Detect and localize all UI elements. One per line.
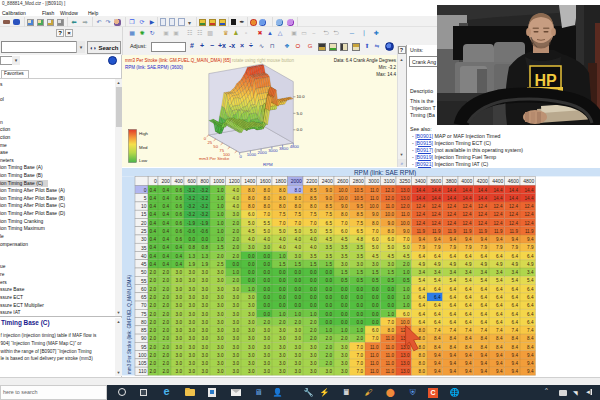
svg-text:105: 105 bbox=[138, 360, 147, 366]
svg-text:60: 60 bbox=[141, 286, 147, 292]
svg-text:6.4: 6.4 bbox=[434, 254, 441, 259]
svg-text:5.4: 5.4 bbox=[512, 278, 519, 283]
svg-text:7.5: 7.5 bbox=[357, 221, 364, 226]
svg-text:6.4: 6.4 bbox=[450, 254, 457, 259]
svg-text:6.4: 6.4 bbox=[419, 320, 426, 325]
svg-text:6.4: 6.4 bbox=[419, 312, 426, 317]
svg-text:2.0: 2.0 bbox=[233, 221, 240, 226]
svg-text:1.0: 1.0 bbox=[388, 312, 395, 317]
svg-text:9.5: 9.5 bbox=[357, 204, 364, 209]
svg-text:0.4: 0.4 bbox=[176, 262, 183, 267]
svg-text:1.0: 1.0 bbox=[310, 312, 317, 317]
svg-text:3.5: 3.5 bbox=[326, 254, 333, 259]
svg-text:9.4: 9.4 bbox=[496, 353, 503, 358]
svg-text:3.4: 3.4 bbox=[465, 270, 472, 275]
svg-text:11.0: 11.0 bbox=[385, 369, 394, 374]
svg-text:1.5: 1.5 bbox=[357, 270, 364, 275]
svg-text:0.0: 0.0 bbox=[341, 303, 348, 308]
svg-text:2.0: 2.0 bbox=[150, 312, 157, 317]
svg-text:4.9: 4.9 bbox=[481, 262, 488, 267]
svg-text:2.0: 2.0 bbox=[326, 353, 333, 358]
svg-text:0.0: 0.0 bbox=[295, 295, 302, 300]
svg-text:0.0: 0.0 bbox=[264, 312, 271, 317]
svg-text:6.4: 6.4 bbox=[527, 303, 534, 308]
svg-text:mm3 Per Stroke: mm3 Per Stroke bbox=[199, 156, 230, 161]
svg-text:6.4: 6.4 bbox=[512, 303, 519, 308]
svg-text:14.4: 14.4 bbox=[432, 196, 441, 201]
svg-text:0.0: 0.0 bbox=[264, 270, 271, 275]
svg-text:5.4: 5.4 bbox=[434, 278, 441, 283]
svg-text:mm3 Per Stroke (link: GM.FUEL.: mm3 Per Stroke (link: GM.FUEL.Q_MAIN_DMA… bbox=[125, 58, 295, 63]
svg-text:1.3: 1.3 bbox=[202, 254, 209, 259]
svg-text:3.0: 3.0 bbox=[310, 361, 317, 366]
svg-text:2.0: 2.0 bbox=[279, 320, 286, 325]
svg-text:0.0: 0.0 bbox=[248, 270, 255, 275]
svg-text:1800: 1800 bbox=[275, 178, 286, 184]
svg-text:3.0: 3.0 bbox=[341, 353, 348, 358]
svg-text:9.4: 9.4 bbox=[434, 237, 441, 242]
svg-text:Med: Med bbox=[139, 145, 148, 150]
svg-text:7.0: 7.0 bbox=[264, 212, 271, 217]
svg-text:6.4: 6.4 bbox=[496, 254, 503, 259]
svg-text:Low: Low bbox=[139, 158, 148, 163]
svg-text:0.5: 0.5 bbox=[403, 278, 410, 283]
svg-text:3.0: 3.0 bbox=[202, 270, 209, 275]
svg-text:400: 400 bbox=[174, 178, 183, 184]
svg-text:2.0: 2.0 bbox=[150, 361, 157, 366]
svg-text:3.0: 3.0 bbox=[279, 345, 286, 350]
svg-text:6.4: 6.4 bbox=[434, 287, 441, 292]
svg-text:4600: 4600 bbox=[508, 178, 519, 184]
svg-text:3.0: 3.0 bbox=[233, 369, 240, 374]
svg-text:6.4: 6.4 bbox=[527, 320, 534, 325]
svg-text:14.4: 14.4 bbox=[416, 196, 425, 201]
svg-text:1.0: 1.0 bbox=[279, 254, 286, 259]
svg-text:8.5: 8.5 bbox=[310, 188, 317, 193]
svg-text:3.0: 3.0 bbox=[310, 369, 317, 374]
svg-text:8.4: 8.4 bbox=[450, 345, 457, 350]
svg-text:6.4: 6.4 bbox=[512, 320, 519, 325]
svg-text:0.4: 0.4 bbox=[176, 245, 183, 250]
svg-text:4.0: 4.0 bbox=[279, 245, 286, 250]
svg-text:14.4: 14.4 bbox=[447, 188, 456, 193]
svg-text:1.0: 1.0 bbox=[248, 287, 255, 292]
svg-text:2000: 2000 bbox=[257, 150, 267, 155]
svg-text:3.4: 3.4 bbox=[419, 270, 426, 275]
svg-text:110: 110 bbox=[139, 368, 147, 374]
svg-text:3.0: 3.0 bbox=[189, 312, 196, 317]
svg-text:8.0: 8.0 bbox=[341, 212, 348, 217]
svg-text:3.0: 3.0 bbox=[233, 303, 240, 308]
svg-text:12.4: 12.4 bbox=[447, 212, 456, 217]
svg-text:5.0: 5.0 bbox=[248, 221, 255, 226]
svg-text:2.0: 2.0 bbox=[233, 254, 240, 259]
svg-text:0.5: 0.5 bbox=[341, 278, 348, 283]
svg-text:4.9: 4.9 bbox=[434, 262, 441, 267]
svg-text:2.0: 2.0 bbox=[163, 361, 170, 366]
svg-text:10.5: 10.5 bbox=[354, 196, 363, 201]
svg-text:0.0: 0.0 bbox=[357, 303, 364, 308]
svg-text:9.4: 9.4 bbox=[465, 237, 472, 242]
svg-text:9.4: 9.4 bbox=[481, 361, 488, 366]
svg-text:3.0: 3.0 bbox=[217, 303, 224, 308]
svg-text:7.4: 7.4 bbox=[496, 328, 503, 333]
svg-text:6.4: 6.4 bbox=[496, 303, 503, 308]
svg-text:3.0: 3.0 bbox=[326, 369, 333, 374]
svg-text:0.0: 0.0 bbox=[279, 295, 286, 300]
svg-text:3.0: 3.0 bbox=[217, 336, 224, 341]
svg-text:0.6: 0.6 bbox=[176, 196, 183, 201]
svg-text:1.3: 1.3 bbox=[189, 254, 196, 259]
svg-text:10.5: 10.5 bbox=[354, 188, 363, 193]
svg-text:2.0: 2.0 bbox=[163, 312, 170, 317]
svg-text:3.0: 3.0 bbox=[217, 278, 224, 283]
svg-text:8.0: 8.0 bbox=[388, 229, 395, 234]
svg-text:9.4: 9.4 bbox=[434, 353, 441, 358]
svg-text:3.0: 3.0 bbox=[176, 312, 183, 317]
svg-text:3.0: 3.0 bbox=[248, 345, 255, 350]
svg-text:0.0: 0.0 bbox=[326, 320, 333, 325]
svg-text:3.0: 3.0 bbox=[233, 328, 240, 333]
svg-text:3.0: 3.0 bbox=[202, 320, 209, 325]
svg-text:4.9: 4.9 bbox=[465, 262, 472, 267]
svg-text:2.0: 2.0 bbox=[150, 369, 157, 374]
svg-text:2.0: 2.0 bbox=[163, 320, 170, 325]
svg-text:0.0: 0.0 bbox=[264, 303, 271, 308]
svg-text:6.0: 6.0 bbox=[248, 212, 255, 217]
